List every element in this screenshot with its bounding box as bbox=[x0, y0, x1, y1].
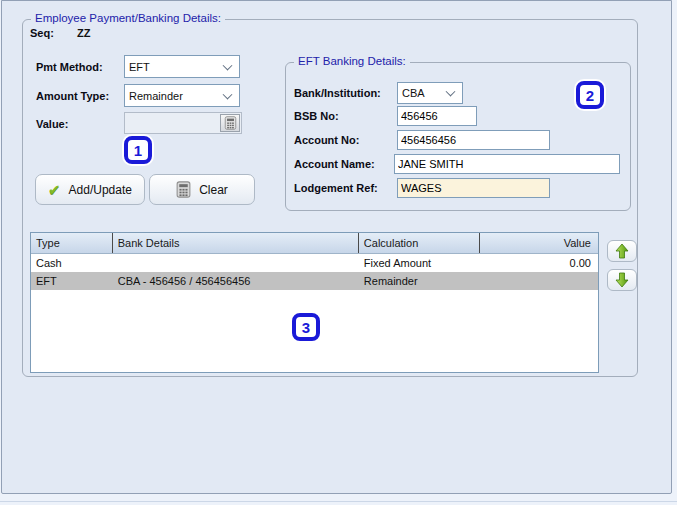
column-header-calculation[interactable]: Calculation bbox=[359, 233, 481, 253]
account-no-input[interactable] bbox=[397, 130, 550, 150]
account-no-label: Account No: bbox=[294, 134, 359, 146]
pmt-method-label: Pmt Method: bbox=[36, 61, 103, 73]
employee-payment-screen: Employee Payment/Banking Details: Seq: Z… bbox=[0, 0, 677, 505]
payment-methods-table[interactable]: Type Bank Details Calculation Value Cash… bbox=[30, 232, 599, 373]
amount-type-value: Remainder bbox=[129, 90, 183, 102]
bank-institution-label: Bank/Institution: bbox=[294, 87, 381, 99]
bsb-no-input[interactable] bbox=[397, 106, 477, 126]
move-up-button[interactable] bbox=[607, 240, 637, 262]
amount-type-label: Amount Type: bbox=[36, 90, 109, 102]
move-down-button[interactable] bbox=[607, 269, 637, 291]
cell-calculation: Fixed Amount bbox=[359, 254, 481, 272]
calculator-icon bbox=[176, 181, 191, 198]
table-row-selected[interactable]: EFT CBA - 456456 / 456456456 Remainder bbox=[31, 272, 598, 290]
calculator-icon bbox=[224, 116, 237, 130]
arrow-up-icon bbox=[615, 243, 629, 259]
column-header-value[interactable]: Value bbox=[480, 233, 598, 253]
chevron-down-icon bbox=[446, 87, 456, 97]
bank-institution-combobox[interactable]: CBA bbox=[397, 82, 463, 104]
employee-payment-groupbox-title: Employee Payment/Banking Details: bbox=[31, 12, 225, 24]
cell-value: 0.00 bbox=[480, 254, 598, 272]
seq-label: Seq: bbox=[30, 27, 54, 39]
pmt-method-combobox[interactable]: EFT bbox=[124, 55, 240, 78]
step-badge-1: 1 bbox=[124, 136, 152, 164]
amount-type-combobox[interactable]: Remainder bbox=[124, 84, 240, 107]
check-icon: ✔ bbox=[48, 182, 61, 197]
eft-banking-groupbox-title: EFT Banking Details: bbox=[294, 55, 410, 67]
seq-value: ZZ bbox=[77, 27, 90, 39]
account-name-input[interactable] bbox=[394, 154, 620, 174]
value-input bbox=[124, 112, 242, 134]
step-badge-2: 2 bbox=[576, 81, 604, 109]
column-header-bank-details[interactable]: Bank Details bbox=[113, 233, 359, 253]
lodgement-ref-input[interactable] bbox=[397, 178, 550, 198]
cell-bank-details bbox=[113, 254, 359, 272]
clear-button-label: Clear bbox=[199, 183, 228, 197]
arrow-down-icon bbox=[615, 272, 629, 288]
cell-type: EFT bbox=[31, 272, 113, 290]
step-badge-3: 3 bbox=[292, 313, 320, 341]
bsb-no-label: BSB No: bbox=[294, 110, 339, 122]
table-row[interactable]: Cash Fixed Amount 0.00 bbox=[31, 254, 598, 272]
clear-button[interactable]: Clear bbox=[149, 174, 255, 205]
account-name-label: Account Name: bbox=[294, 158, 375, 170]
table-header-row: Type Bank Details Calculation Value bbox=[31, 233, 598, 254]
bank-institution-value: CBA bbox=[402, 87, 425, 99]
chevron-down-icon bbox=[223, 89, 233, 99]
value-label: Value: bbox=[36, 118, 68, 130]
payment-details-panel: Employee Payment/Banking Details: Seq: Z… bbox=[1, 0, 672, 494]
add-update-button[interactable]: ✔ Add/Update bbox=[35, 174, 145, 205]
value-calculator-button[interactable] bbox=[220, 114, 240, 132]
cell-calculation: Remainder bbox=[359, 272, 481, 290]
pmt-method-value: EFT bbox=[129, 61, 150, 73]
chevron-down-icon bbox=[223, 60, 233, 70]
bottom-divider bbox=[0, 501, 677, 502]
cell-type: Cash bbox=[31, 254, 113, 272]
lodgement-ref-label: Lodgement Ref: bbox=[294, 182, 378, 194]
cell-value bbox=[480, 272, 598, 290]
column-header-type[interactable]: Type bbox=[31, 233, 113, 253]
cell-bank-details: CBA - 456456 / 456456456 bbox=[113, 272, 359, 290]
add-update-button-label: Add/Update bbox=[69, 183, 132, 197]
